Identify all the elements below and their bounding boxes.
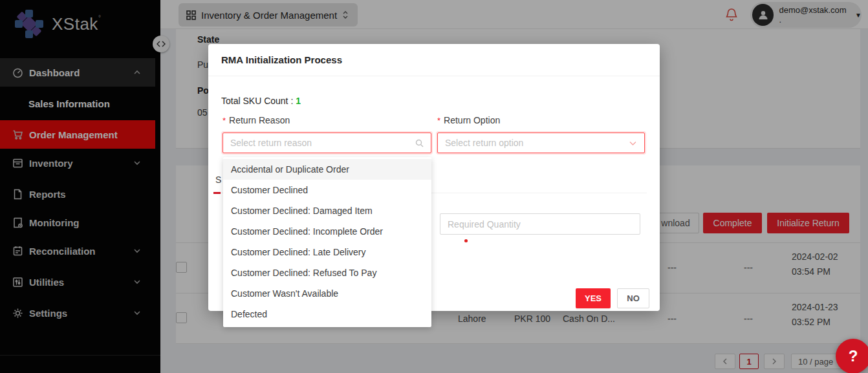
- required-asterisk: *: [437, 116, 440, 125]
- return-option-select[interactable]: Select return option: [437, 133, 645, 153]
- app-screen: XStak° Dashboard Sales Information Order…: [0, 0, 868, 373]
- return-reason-label: *Return Reason: [222, 115, 290, 125]
- modal-header: RMA Initialization Process: [208, 44, 660, 76]
- active-tab-indicator: [213, 192, 221, 194]
- required-quantity-input[interactable]: [440, 213, 640, 235]
- help-button[interactable]: ?: [836, 339, 868, 373]
- dropdown-option[interactable]: Customer Declined: [223, 180, 431, 200]
- dropdown-option[interactable]: Defected: [223, 304, 431, 325]
- sku-tab-partial-text: S: [215, 175, 221, 185]
- dropdown-option[interactable]: Customer Wasn't Available: [223, 283, 431, 304]
- search-icon: [415, 139, 424, 147]
- sku-count-label: Total SKU Count :: [221, 96, 293, 106]
- sku-count-line: Total SKU Count : 1: [221, 96, 301, 106]
- dropdown-option[interactable]: Customer Declined: Damaged Item: [223, 200, 431, 221]
- yes-button[interactable]: YES: [576, 288, 611, 308]
- dropdown-option[interactable]: Customer Declined: Late Delivery: [223, 242, 431, 262]
- return-option-placeholder: Select return option: [445, 138, 629, 148]
- return-reason-select[interactable]: Select return reason: [222, 133, 431, 153]
- return-reason-dropdown: Accidental or Duplicate Order Customer D…: [223, 157, 431, 327]
- dropdown-option[interactable]: Customer Declined: Incomplete Order: [223, 221, 431, 242]
- required-asterisk: *: [222, 116, 226, 125]
- sku-count-value: 1: [296, 96, 301, 106]
- modal-title: RMA Initialization Process: [221, 54, 342, 65]
- dropdown-option[interactable]: Accidental or Duplicate Order: [223, 159, 431, 180]
- no-button[interactable]: NO: [617, 288, 649, 308]
- required-field-dot: [464, 239, 468, 242]
- return-reason-placeholder: Select return reason: [230, 138, 415, 148]
- chevron-down-icon: [629, 139, 637, 147]
- return-option-label: *Return Option: [437, 115, 500, 125]
- dropdown-option[interactable]: Customer Declined: Refused To Pay: [223, 262, 431, 283]
